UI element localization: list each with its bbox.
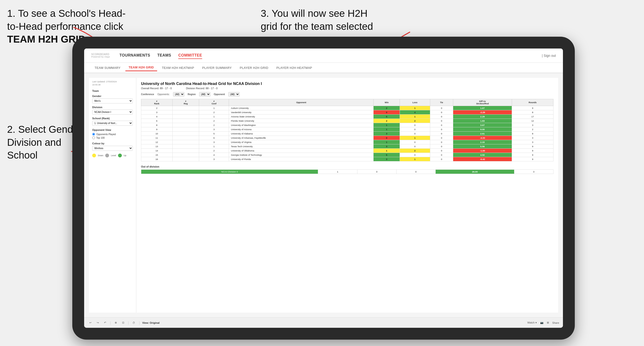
table-row: 15 4 Georgia Institute of Technology 5 0… [141, 153, 554, 157]
cell-conf: 5 [199, 132, 229, 136]
division-select[interactable]: NCAA Division I [92, 110, 133, 115]
nav-logo: SCOREBOARD Powered by clippi [91, 53, 110, 58]
cell-loss: 0 [400, 123, 430, 127]
cell-opponent: Vanderbilt University [229, 110, 374, 115]
toolbar-grid-icon[interactable]: ⊞ [547, 321, 549, 324]
sign-out[interactable]: | Sign out [542, 54, 556, 57]
grid-title: University of North Carolina Head-to-Hea… [141, 82, 554, 86]
ood-tie: 0 [396, 170, 436, 174]
sub-nav: TEAM SUMMARY TEAM H2H GRID TEAM H2H HEAT… [84, 63, 563, 73]
nav-committee[interactable]: COMMITTEE [178, 52, 202, 59]
cell-opponent: Florida State University [229, 119, 374, 123]
toolbar-right: Watch ▾ 📷 ⊞ Share [528, 321, 559, 324]
cell-loss: 0 [400, 140, 430, 144]
table-row: 10 5 University of Alabama 3 0 0 2.61 8 [141, 132, 554, 136]
toolbar-back[interactable]: ↶ [103, 321, 108, 325]
toolbar-undo[interactable]: ↩ [88, 321, 93, 325]
table-row: 2 1 Auburn University 2 1 0 1.67 9 [141, 106, 554, 110]
table-row: 3 2 Vanderbilt University 0 4 0 -2.29 8 [141, 110, 554, 115]
top100-option[interactable]: Top 100 [92, 136, 133, 139]
bottom-toolbar: ↩ ↪ ↶ | ⊕ ⊡ | ⏱ | View: Original Watch ▾… [84, 317, 563, 328]
cell-rank: 13 [141, 144, 172, 149]
toolbar-redo[interactable]: ↪ [95, 321, 100, 325]
cell-rounds: 3 [512, 140, 554, 144]
tab-team-h2h-heatmap[interactable]: TEAM H2H HEATMAP [158, 65, 198, 71]
left-panel: Last Updated: 27/03/2024 16:55:38 Team G… [89, 78, 136, 313]
cell-diff: 3.67 [453, 123, 512, 127]
cell-loss: 2 [400, 119, 430, 123]
table-row: 6 2 Florida State University 2 2 0 1.83 … [141, 119, 554, 123]
cell-tie: 0 [430, 106, 453, 110]
cell-tie: 0 [430, 132, 453, 136]
cell-conf: 3 [199, 127, 229, 132]
opponent-select[interactable]: (All) [228, 92, 240, 97]
th-conf: #Conf [199, 99, 229, 106]
cell-diff: -6.42 [453, 157, 512, 162]
out-of-division-row: NCAA Division II 1 0 0 26.00 3 [141, 170, 554, 174]
cell-reg [172, 119, 199, 123]
toolbar-sep1: | [110, 321, 111, 325]
cell-win: 3 [374, 132, 400, 136]
cell-win: 1 [374, 127, 400, 132]
opponent-filter-label: Opponent [214, 93, 225, 96]
toolbar-sep3: | [139, 321, 140, 325]
toolbar-clock[interactable]: ⏱ [131, 321, 136, 325]
cell-opponent: University of Alabama [229, 132, 374, 136]
toolbar-camera[interactable]: 📷 [540, 321, 544, 324]
colour-by-label: Colour by [92, 142, 133, 145]
conference-select[interactable]: (All) [173, 92, 184, 97]
cell-rounds: 9 [512, 144, 554, 149]
cell-diff: 9.00 [453, 127, 512, 132]
opponents-played-option[interactable]: Opponents Played [92, 133, 133, 136]
team-label: Team [92, 89, 133, 92]
nav-tournaments[interactable]: TOURNAMENTS [120, 52, 150, 59]
cell-loss: 0 [400, 144, 430, 149]
tab-team-h2h-grid[interactable]: TEAM H2H GRID [126, 64, 157, 71]
toolbar-view-label[interactable]: View: Original [142, 321, 160, 324]
cell-loss: 1 [400, 136, 430, 140]
cell-opponent: Georgia Institute of Technology [229, 153, 374, 157]
cell-rank: 6 [141, 119, 172, 123]
table-row: 8 2 University of Washington 1 0 0 3.67 … [141, 123, 554, 127]
nav-bar: SCOREBOARD Powered by clippi TOURNAMENTS… [84, 48, 563, 63]
legend-up-label: Up [124, 154, 126, 157]
cell-rank: 8 [141, 123, 172, 127]
cell-rounds: 12 [512, 119, 554, 123]
th-diff: Diff AvStrokes/Rnd [453, 99, 512, 106]
cell-rounds: 3 [512, 123, 554, 127]
table-row: 11 6 University of Arkansas, Fayettevill… [141, 136, 554, 140]
toolbar-paste[interactable]: ⊡ [121, 321, 126, 325]
tab-team-summary[interactable]: TEAM SUMMARY [91, 65, 124, 71]
gender-label: Gender [92, 95, 133, 98]
gender-select[interactable]: Men's [92, 98, 133, 103]
table-header-row: #Rank #Reg #Conf Opponent Win Loss Tie D… [141, 99, 554, 106]
tab-player-h2h-heatmap[interactable]: PLAYER H2H HEATMAP [273, 65, 316, 71]
cell-tie: 0 [430, 110, 453, 115]
cell-win: 5 [374, 115, 400, 119]
table-row: 13 1 Texas Tech University 3 0 0 5.56 9 [141, 144, 554, 149]
tab-player-h2h-grid[interactable]: PLAYER H2H GRID [236, 65, 272, 71]
cell-reg [172, 144, 199, 149]
region-select[interactable]: (All) [199, 92, 210, 97]
legend-level-label: Level [111, 154, 116, 157]
toolbar-copy[interactable]: ⊕ [113, 321, 118, 325]
school-select[interactable]: 1. University of Nort... [92, 121, 133, 126]
toolbar-watch[interactable]: Watch ▾ [528, 321, 537, 324]
cell-win: 0 [374, 136, 400, 140]
cell-opponent: University of Virginia [229, 140, 374, 144]
tab-player-summary[interactable]: PLAYER SUMMARY [199, 65, 235, 71]
cell-rank: 2 [141, 106, 172, 110]
division-label: Division [92, 106, 133, 109]
cell-conf: 2 [199, 123, 229, 127]
nav-teams[interactable]: TEAMS [158, 52, 171, 59]
region-filter-label: Region [188, 93, 196, 96]
colour-by-select[interactable]: Win/loss [92, 146, 133, 151]
cell-opponent: Arizona State University [229, 115, 374, 119]
cell-tie: 0 [430, 140, 453, 144]
cell-conf: 4 [199, 153, 229, 157]
cell-rounds: 17 [512, 115, 554, 119]
th-opponent: Opponent [229, 99, 374, 106]
toolbar-sep2: | [128, 321, 129, 325]
ood-diff: 26.00 [436, 170, 514, 174]
toolbar-share[interactable]: Share [552, 321, 559, 324]
